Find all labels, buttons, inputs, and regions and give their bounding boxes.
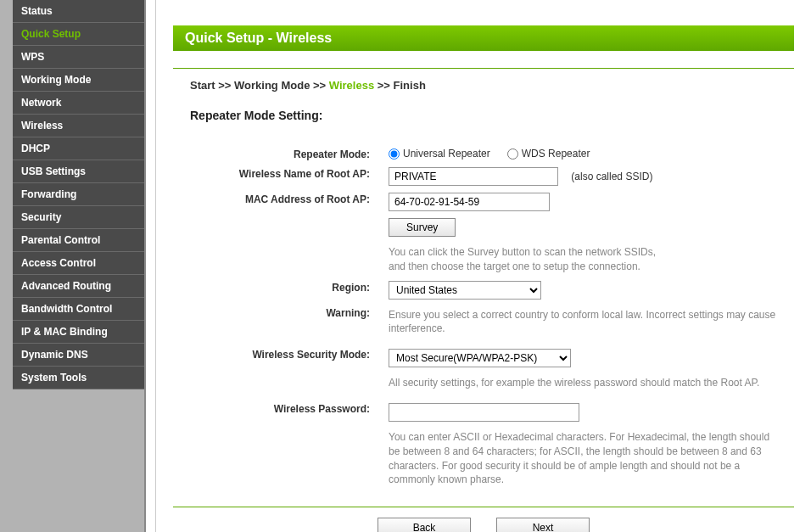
breadcrumb-step-wireless: Wireless xyxy=(329,79,374,92)
repeater-mode-label: Repeater Mode: xyxy=(175,145,387,163)
warning-text: Ensure you select a correct country to c… xyxy=(389,308,779,337)
region-label: Region: xyxy=(175,278,387,302)
region-select[interactable]: United States xyxy=(389,281,541,300)
survey-button[interactable]: Survey xyxy=(389,218,456,237)
mac-input[interactable] xyxy=(389,193,550,211)
password-help-text: You can enter ASCII or Hexadecimal chara… xyxy=(389,430,779,487)
ssid-input[interactable] xyxy=(389,167,558,186)
back-button[interactable]: Back xyxy=(378,518,471,532)
warning-label: Warning: xyxy=(175,304,387,339)
vertical-divider xyxy=(144,0,156,532)
divider-line-bottom xyxy=(173,507,794,507)
ssid-note: (also called SSID) xyxy=(571,171,652,182)
next-button[interactable]: Next xyxy=(496,518,590,532)
mac-label: MAC Address of Root AP: xyxy=(175,190,387,214)
divider-line xyxy=(173,68,794,69)
sidebar-item-working-mode[interactable]: Working Mode xyxy=(13,69,144,92)
survey-help-text: You can click the Survey button to scan … xyxy=(389,245,779,274)
breadcrumb-step-start: Start xyxy=(190,79,215,92)
sidebar-item-wireless[interactable]: Wireless xyxy=(13,115,144,137)
radio-universal-repeater-input[interactable] xyxy=(389,148,400,160)
sidebar-item-usb-settings[interactable]: USB Settings xyxy=(13,160,144,183)
ssid-label: Wireless Name of Root AP: xyxy=(175,165,387,188)
sidebar-item-system-tools[interactable]: System Tools xyxy=(13,367,144,389)
breadcrumb-step-working-mode: Working Mode xyxy=(234,79,310,92)
sidebar-item-status[interactable]: Status xyxy=(13,0,144,23)
sidebar-item-network[interactable]: Network xyxy=(13,92,144,115)
password-label: Wireless Password: xyxy=(175,395,387,424)
radio-wds-repeater[interactable]: WDS Repeater xyxy=(507,148,590,160)
sidebar-item-access-control[interactable]: Access Control xyxy=(13,252,144,275)
sidebar-item-wps[interactable]: WPS xyxy=(13,46,144,69)
sidebar-item-bandwidth-control[interactable]: Bandwidth Control xyxy=(13,298,144,321)
security-mode-select[interactable]: Most Secure(WPA/WPA2-PSK) xyxy=(389,349,571,367)
sidebar-item-security[interactable]: Security xyxy=(13,206,144,229)
sidebar-item-parental-control[interactable]: Parental Control xyxy=(13,229,144,252)
page-title: Quick Setup - Wireless xyxy=(173,25,794,51)
left-gutter xyxy=(0,0,13,532)
breadcrumb: Start >> Working Mode >> Wireless >> Fin… xyxy=(190,79,794,92)
main-content: Quick Setup - Wireless Start >> Working … xyxy=(156,0,811,532)
sidebar-item-dynamic-dns[interactable]: Dynamic DNS xyxy=(13,344,144,367)
radio-universal-repeater[interactable]: Universal Repeater xyxy=(389,148,490,160)
sidebar-item-ip-mac-binding[interactable]: IP & MAC Binding xyxy=(13,321,144,344)
security-mode-label: Wireless Security Mode: xyxy=(175,340,387,370)
section-title: Repeater Mode Setting: xyxy=(190,109,794,122)
sidebar: Status Quick Setup WPS Working Mode Netw… xyxy=(13,0,144,532)
security-help-text: All security settings, for example the w… xyxy=(389,376,779,390)
password-input[interactable] xyxy=(389,403,579,422)
sidebar-item-quick-setup[interactable]: Quick Setup xyxy=(13,23,144,46)
breadcrumb-step-finish: Finish xyxy=(394,79,426,92)
sidebar-item-forwarding[interactable]: Forwarding xyxy=(13,183,144,206)
sidebar-item-advanced-routing[interactable]: Advanced Routing xyxy=(13,275,144,298)
sidebar-item-dhcp[interactable]: DHCP xyxy=(13,137,144,160)
radio-wds-repeater-input[interactable] xyxy=(507,148,518,160)
